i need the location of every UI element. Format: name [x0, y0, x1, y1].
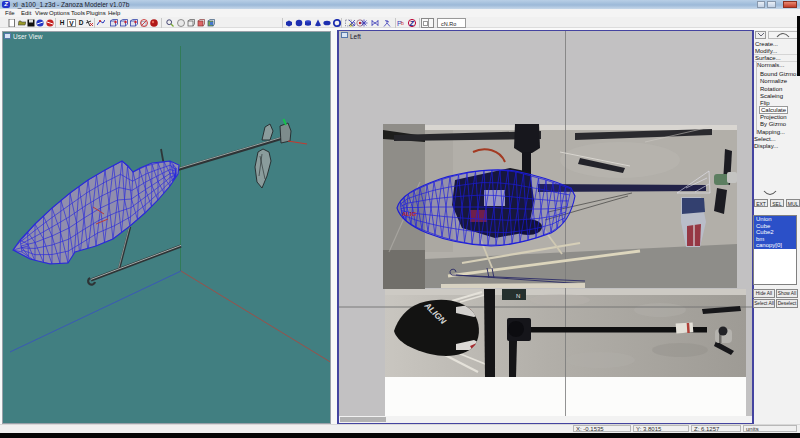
svg-text:Z: Z: [409, 20, 415, 27]
svg-text:N: N: [516, 293, 520, 299]
svg-text:ALIG: ALIG: [402, 211, 417, 217]
svg-text:b: b: [401, 20, 404, 26]
